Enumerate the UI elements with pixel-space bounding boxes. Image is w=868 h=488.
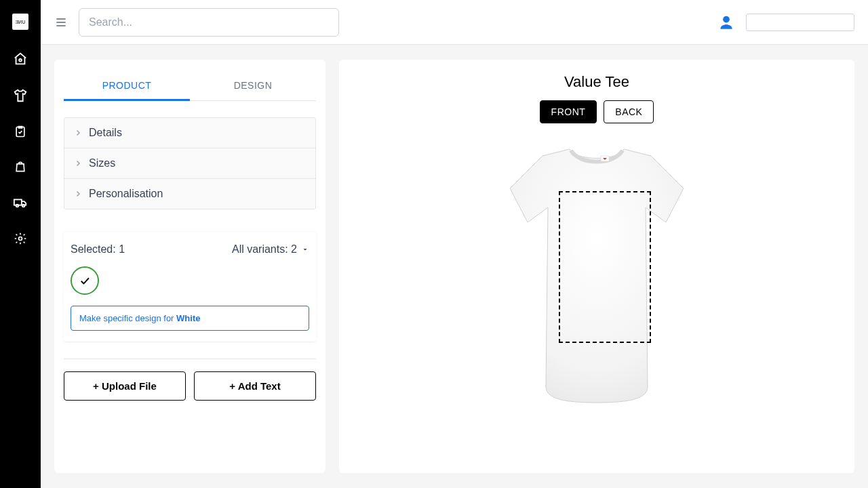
accordion-details[interactable]: Details: [64, 118, 315, 148]
product-panel: PRODUCT DESIGN Details Sizes: [54, 60, 326, 473]
header: [41, 0, 868, 45]
add-text-button[interactable]: + Add Text: [194, 371, 316, 401]
bag-icon[interactable]: [14, 160, 27, 174]
print-area[interactable]: [559, 191, 651, 343]
tab-design[interactable]: DESIGN: [190, 70, 316, 100]
gear-icon[interactable]: [14, 232, 27, 245]
preview-panel: Value Tee FRONT BACK: [339, 60, 854, 473]
panel-tabs: PRODUCT DESIGN: [64, 70, 316, 101]
sidebar: UNE: [0, 0, 41, 488]
product-title: Value Tee: [564, 73, 629, 91]
specific-color: White: [176, 313, 200, 323]
accordion-label: Sizes: [89, 157, 115, 169]
clipboard-icon[interactable]: [14, 125, 27, 138]
selected-count: Selected: 1: [71, 243, 125, 256]
menu-icon[interactable]: [54, 16, 68, 29]
color-swatch-white[interactable]: [71, 266, 99, 295]
accordion-sizes[interactable]: Sizes: [64, 148, 315, 179]
product-accordion: Details Sizes Personalisation: [64, 117, 316, 209]
shirt-icon[interactable]: [13, 88, 28, 103]
accordion-label: Details: [89, 127, 122, 139]
make-specific-design-button[interactable]: Make specific design for White: [71, 306, 309, 331]
user-icon[interactable]: [717, 14, 735, 31]
upload-file-button[interactable]: + Upload File: [64, 371, 186, 401]
chevron-right-icon: [74, 129, 82, 137]
svg-point-5: [19, 237, 22, 241]
accordion-label: Personalisation: [89, 188, 163, 200]
search-input[interactable]: [79, 8, 339, 37]
divider: [64, 359, 316, 359]
chevron-right-icon: [74, 190, 82, 198]
variants-dropdown[interactable]: All variants: 2: [232, 243, 309, 256]
specific-prefix: Make specific design for: [79, 313, 176, 323]
home-icon[interactable]: [13, 52, 28, 66]
view-front-button[interactable]: FRONT: [540, 100, 597, 123]
svg-point-9: [723, 16, 730, 22]
variants-dropdown-label: All variants: 2: [232, 243, 297, 256]
truck-icon[interactable]: [13, 195, 28, 210]
chevron-right-icon: [74, 159, 82, 167]
svg-point-0: [19, 59, 22, 62]
tab-product[interactable]: PRODUCT: [64, 70, 190, 101]
brand-logo: UNE: [12, 14, 28, 30]
accordion-personalisation[interactable]: Personalisation: [64, 179, 315, 209]
product-preview[interactable]: [495, 142, 698, 413]
check-icon: [79, 274, 91, 287]
caret-down-icon: [301, 245, 309, 253]
variant-card: Selected: 1 All variants: 2 Make specifi…: [64, 232, 316, 342]
view-back-button[interactable]: BACK: [604, 100, 654, 123]
header-secondary-input[interactable]: [746, 14, 854, 31]
